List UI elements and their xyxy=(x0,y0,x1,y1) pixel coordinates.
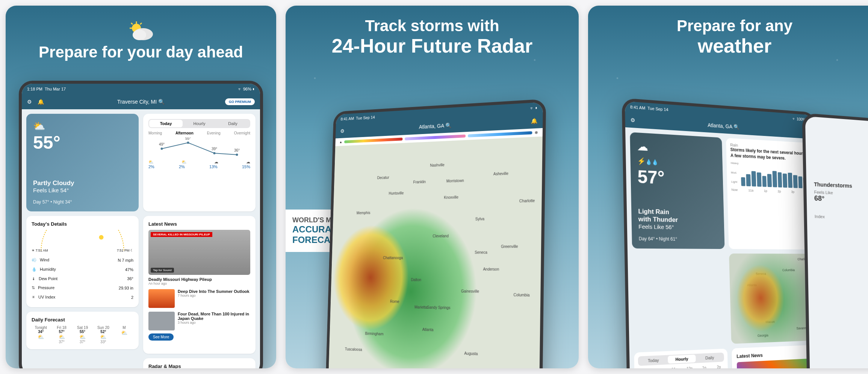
svg-line-4 xyxy=(140,23,142,24)
daily-col[interactable]: Tonight34°⛅ xyxy=(32,326,50,344)
screenshot-3: Prepare for any weather 8:41 AM Tue Sep … xyxy=(588,6,868,368)
map-city-label: Asheville xyxy=(493,172,508,176)
map-city-label: Sylva xyxy=(475,217,484,221)
svg-point-7 xyxy=(161,148,163,150)
map-city-label: Morristown xyxy=(446,178,464,183)
gear-icon[interactable]: ⚙ xyxy=(340,128,345,134)
todays-details-card[interactable]: Today's Details ☀ 7:51 AM 7:51 PM ☾ 💨Win… xyxy=(26,216,139,307)
latest-news-card[interactable]: Latest News xyxy=(732,345,818,368)
slide1-title: Prepare for your day ahead xyxy=(21,43,261,61)
daypart-forecast-card[interactable]: Today Hourly Daily MorningAfternoon Even… xyxy=(143,114,256,211)
map-city-label: Dalton xyxy=(411,278,421,282)
detail-row: ⇅Pressure29.93 in xyxy=(32,283,133,293)
latest-news-card[interactable]: Latest News SEVERAL KILLED IN MISSOURI P… xyxy=(143,216,256,354)
map-city-label: Augusta xyxy=(464,351,478,356)
gear-icon[interactable]: ⚙ xyxy=(27,99,32,105)
bell-icon[interactable]: 🔔 xyxy=(38,99,44,105)
sun-cloud-icon xyxy=(126,21,156,42)
screenshot-1: Prepare for your day ahead 1:18 PM Thu M… xyxy=(6,6,276,368)
map-city-label: Gainesville xyxy=(461,289,479,294)
map-city-label: Franklin xyxy=(413,179,426,184)
svg-line-3 xyxy=(131,23,133,24)
temp-line-chart: 49° 55° 39° 36° xyxy=(148,137,250,158)
map-city-label: Memphis xyxy=(357,211,370,215)
current-conditions-card[interactable]: ⛅ 55° Partly Cloudy Feels Like 54° Day 5… xyxy=(26,114,139,211)
map-city-label: Marietta xyxy=(414,305,427,310)
detail-row: ☀UV Index2 xyxy=(32,293,133,302)
rain-bar-chart xyxy=(741,164,808,189)
location-label[interactable]: Traverse City, MI 🔍 xyxy=(117,99,165,105)
map-city-label: Sandy Springs xyxy=(427,305,451,310)
detail-row: 💧Humidity47% xyxy=(32,265,133,274)
map-city-label: Huntsville xyxy=(389,191,404,196)
detail-row: 🌡Dew Point36° xyxy=(32,274,133,283)
svg-text:55°: 55° xyxy=(185,137,191,140)
map-city-label: Cleveland xyxy=(432,234,449,238)
bell-icon[interactable]: 🔔 xyxy=(531,118,538,124)
map-city-label: Tuscaloosa xyxy=(345,347,362,351)
daily-col[interactable]: Sat 1955°⛅37° xyxy=(73,326,92,344)
hourly-forecast-card[interactable]: Today Hourly Daily Now10a11a12p1p2p 57°5… xyxy=(634,348,729,368)
map-city-label: Greenville xyxy=(501,244,518,249)
rain-forecast-card[interactable]: Rain Storms likely for the next several … xyxy=(726,138,814,249)
map-city-label: Columbia xyxy=(513,293,529,297)
daily-col[interactable]: Fri 1857°⛅37° xyxy=(52,326,71,344)
daily-col[interactable]: M⛅ xyxy=(115,326,133,344)
nav-bar: ⚙ 🔔 Traverse City, MI 🔍 GO PREMIUM xyxy=(22,94,260,109)
ipad-mockup-2: 8:41 AM Tue Sep 14ᯤ ▮ ⚙ Atlanta, GA 🔍 🔔 … xyxy=(325,99,546,368)
map-city-label: Decatur xyxy=(377,175,389,180)
svg-point-9 xyxy=(213,152,216,154)
map-city-label: Nashville xyxy=(430,163,445,167)
svg-point-10 xyxy=(236,154,238,156)
current-temp: 55° xyxy=(33,132,132,153)
map-city-label: Knoxville xyxy=(444,195,458,199)
location-label[interactable]: Atlanta, GA 🔍 xyxy=(419,122,452,130)
map-city-label: Charlotte xyxy=(519,199,535,203)
ipad-mockup-1: 1:18 PM Thu Mar 17 ᯤ 96% ▮ ⚙ 🔔 Traverse … xyxy=(19,81,263,368)
ipad-mockup-3: 8:41 AM Tue Sep 14ᯤ 100% ▮ ⚙ Atlanta, GA… xyxy=(622,98,826,368)
current-conditions-card[interactable]: ☁⚡💧💧 57° Light Rain with Thunder Feels L… xyxy=(630,132,724,249)
svg-point-15 xyxy=(99,235,104,240)
status-bar: 1:18 PM Thu Mar 17 ᯤ 96% ▮ xyxy=(22,84,260,94)
svg-text:49°: 49° xyxy=(159,142,165,146)
map-city-label: Chattanooga xyxy=(383,256,403,260)
map-city-label: Atlanta xyxy=(422,327,434,332)
map-city-label: Rome xyxy=(390,299,399,303)
daily-col[interactable]: Sun 2052°⛅33° xyxy=(94,326,112,344)
news-thumb[interactable] xyxy=(148,312,175,330)
daily-forecast-card[interactable]: Daily Forecast Tonight34°⛅Fri 1857°⛅37°S… xyxy=(26,312,139,349)
radar-mini-map[interactable]: Charlotte Atlanta Macon Savannah Columbi… xyxy=(729,253,817,344)
svg-text:39°: 39° xyxy=(212,147,217,151)
radar-maps-card[interactable]: Radar & Maps xyxy=(143,358,256,368)
go-premium-button[interactable]: GO PREMIUM xyxy=(225,98,255,105)
gear-icon[interactable]: ⚙ xyxy=(631,117,635,123)
svg-text:36°: 36° xyxy=(234,148,240,152)
radar-map[interactable]: NashvilleMemphisChattanoogaKnoxvilleAshe… xyxy=(327,136,542,368)
ipad-mockup-3b: 12 pm 1 pm Thunderstorms Feels Like 68° … xyxy=(802,113,868,368)
see-more-button[interactable]: See More xyxy=(148,333,174,341)
map-city-label: Anderson xyxy=(483,267,499,271)
news-hero-image[interactable]: SEVERAL KILLED IN MISSOURI PILEUP Tap fo… xyxy=(148,230,250,275)
forecast-tabs[interactable]: Today Hourly Daily xyxy=(148,119,250,128)
location-label[interactable]: Atlanta, GA 🔍 xyxy=(708,122,739,130)
news-thumb[interactable] xyxy=(148,289,175,308)
svg-point-8 xyxy=(187,142,189,144)
map-city-label: Seneca xyxy=(475,250,487,254)
detail-row: 💨WindN 7 mph xyxy=(32,255,133,265)
map-city-label: Birmingham xyxy=(365,331,383,336)
screenshot-2: Track storms with 24-Hour Future Radar W… xyxy=(286,6,579,368)
svg-point-6 xyxy=(133,30,146,40)
